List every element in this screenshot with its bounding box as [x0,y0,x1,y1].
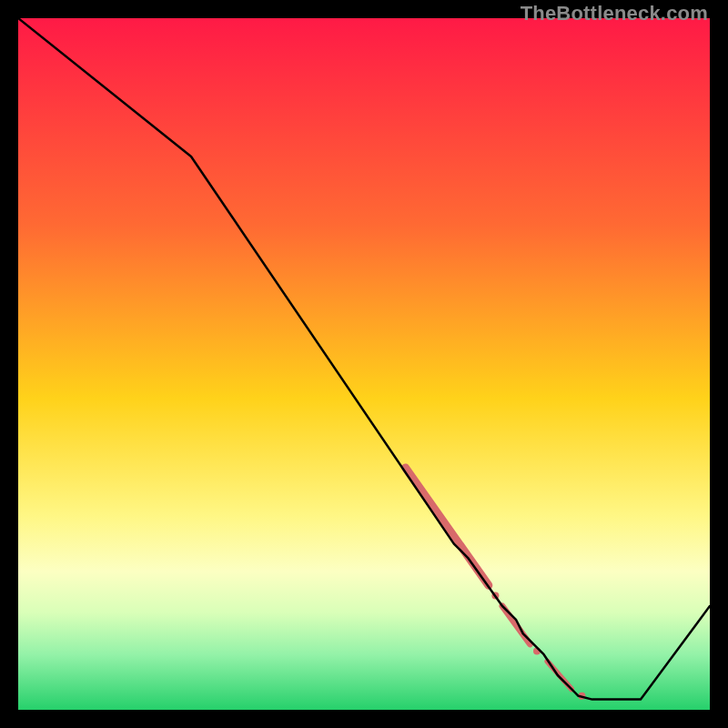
plot-area [18,18,710,710]
watermark-label: TheBottleneck.com [521,2,708,25]
bottleneck-chart [18,18,710,710]
chart-container: TheBottleneck.com [0,0,728,728]
gradient-background [18,18,710,710]
